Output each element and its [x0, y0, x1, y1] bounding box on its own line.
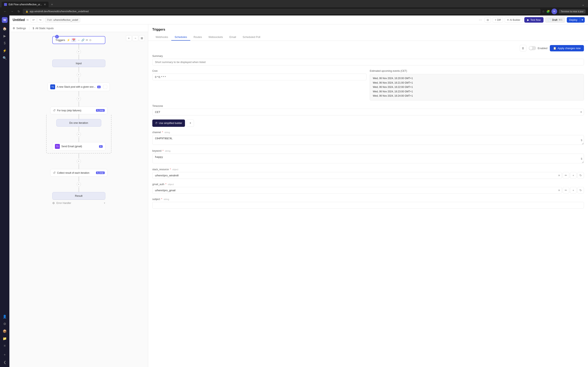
back-button[interactable]: ←: [2, 9, 8, 13]
sidebar-item-users[interactable]: 👤: [1, 313, 8, 320]
deploy-button[interactable]: Deploy: [567, 17, 580, 23]
gmail-clear-icon[interactable]: ✕: [558, 189, 560, 192]
schedule-icon: 📅: [71, 38, 76, 42]
add-in-loop[interactable]: +: [77, 132, 81, 136]
sidebar-item-run[interactable]: ▶: [1, 33, 8, 39]
sidebar-item-files[interactable]: 📁: [1, 335, 8, 342]
static-inputs-button[interactable]: $ All Static Inputs: [33, 27, 54, 30]
add-after-loop[interactable]: +: [77, 159, 81, 163]
sidebar-item-flows[interactable]: ⚡: [1, 47, 8, 54]
tab-close[interactable]: ✕: [44, 3, 46, 6]
gmail-edit-button[interactable]: ✏: [563, 187, 569, 193]
sidebar-item-packages[interactable]: 📦: [1, 328, 8, 334]
channel-input[interactable]: C04P9T8QC9L: [152, 135, 584, 145]
ai-builder-button[interactable]: ✦ AI Builder: [505, 17, 523, 23]
gmail-add-button[interactable]: +: [570, 187, 577, 193]
reload-button[interactable]: ↻: [16, 9, 21, 13]
undo-button[interactable]: ↩: [31, 17, 36, 22]
triggers-tabs: Webhooks Schedules Routes Websockets Ema…: [152, 34, 584, 41]
gmail-auth-section: gmail_auth * object ✕ ✏ + ↻: [152, 183, 584, 194]
url-bar[interactable]: 🔒 app.windmill.dev/flows/edit/u/henri/ef…: [23, 9, 540, 14]
active-tab[interactable]: Edit Flow u/henri/effective_ur... ✕: [2, 2, 49, 7]
cron-input[interactable]: [152, 74, 366, 80]
tab-email[interactable]: Email: [226, 34, 240, 41]
triggers-badge: 1: [55, 35, 59, 39]
redo-button[interactable]: ↪: [37, 17, 43, 22]
result-node[interactable]: Result: [52, 192, 105, 200]
avatar[interactable]: H: [552, 8, 557, 14]
tab-routes[interactable]: Routes: [190, 34, 205, 41]
email-step-icon: TS: [55, 144, 60, 149]
add-after-triggers[interactable]: +: [77, 50, 81, 54]
app-layout: W 🏠 ▶ $ ⚡ 🔍 👤 ⚙ 📦 📁 ≡ + ❮ Untitled ✏ ↩ ↪…: [0, 16, 588, 367]
sidebar-item-settings[interactable]: ⚙: [1, 320, 8, 327]
new-tab-button[interactable]: +: [49, 2, 54, 7]
more-options-icon[interactable]: ⋯: [478, 17, 483, 23]
bookmark-icon[interactable]: ☆: [542, 10, 545, 13]
timezone-input[interactable]: [152, 109, 584, 115]
slack-clear-icon[interactable]: ✕: [558, 174, 560, 177]
sidebar-item-logs[interactable]: ≡: [1, 342, 8, 349]
slack-refresh-button[interactable]: ↻: [577, 172, 584, 179]
draft-button[interactable]: 📄 Draft ⌘S: [545, 17, 565, 23]
fit-view-button[interactable]: ⊞: [139, 35, 145, 41]
app-logo[interactable]: W: [2, 17, 8, 23]
simplified-builder-button[interactable]: ⏱ Use simplified builder: [152, 119, 185, 127]
email-badge: b: [99, 145, 103, 148]
loop-node[interactable]: ↺ For loop (skip failures) b_loop: [50, 107, 107, 114]
error-handler[interactable]: ⚙ Error Handler +: [52, 200, 105, 205]
settings-button[interactable]: ⚙ Settings: [13, 27, 26, 30]
browser-menu[interactable]: ⌄: [580, 2, 586, 7]
edit-title-icon[interactable]: ✏: [26, 18, 29, 22]
timezone-clear-icon[interactable]: ✕: [580, 110, 582, 114]
add-node-button[interactable]: +: [126, 35, 132, 41]
slack-type: object: [172, 168, 178, 171]
flow-panel: ⚙ Settings $ All Static Inputs + − ⊞: [9, 25, 148, 367]
summary-label: Summary: [152, 55, 584, 58]
slack-edit-button[interactable]: ✏: [563, 172, 569, 179]
iteration-node[interactable]: Do one iteration: [56, 119, 101, 127]
collect-node[interactable]: ↺ Collect result of each iteration b_loo…: [50, 169, 107, 176]
path-pill[interactable]: Path u/henri/effective_undef: [45, 17, 80, 22]
connector-loop-1: [79, 114, 79, 119]
tab-scheduled-poll[interactable]: Scheduled Poll: [239, 34, 264, 41]
tab-websockets[interactable]: Websockets: [205, 34, 226, 41]
extensions-icon[interactable]: 🧩: [546, 10, 550, 13]
apply-button[interactable]: 📋 Apply changes now: [550, 45, 584, 51]
sidebar-item-home[interactable]: 🏠: [1, 25, 8, 32]
email-node[interactable]: TS Send Email (gmail) b: [52, 142, 105, 151]
step-node[interactable]: TS A new Slack post with a given wor... …: [48, 83, 110, 91]
test-flow-button[interactable]: ▶ Test flow: [524, 17, 544, 23]
update-button[interactable]: Terminer la mise à jour: [559, 9, 586, 13]
add-after-input[interactable]: +: [77, 73, 81, 77]
triggers-node[interactable]: 1 Triggers ⚡ 📅 ↔ 🔗 ✉ ⊙: [52, 36, 105, 44]
main-content: Untitled ✏ ↩ ↪ Path u/henri/effective_un…: [9, 16, 588, 367]
forward-button[interactable]: →: [9, 9, 15, 13]
sidebar-item-resources[interactable]: $: [1, 40, 8, 47]
deploy-dropdown-button[interactable]: ▾: [580, 17, 585, 23]
slack-input-wrapper: ✕: [152, 172, 562, 179]
gmail-refresh-button[interactable]: ↻: [577, 187, 584, 193]
sidebar-item-collapse[interactable]: ❮: [1, 359, 8, 365]
sidebar-item-add[interactable]: +: [1, 351, 8, 358]
add-after-step[interactable]: +: [77, 97, 81, 101]
keyword-input[interactable]: happy: [152, 154, 584, 163]
error-add[interactable]: +: [104, 202, 105, 205]
input-node[interactable]: Input: [52, 59, 105, 67]
wand-button[interactable]: ✦: [187, 119, 194, 127]
summary-input[interactable]: [152, 59, 584, 66]
add-after-collect[interactable]: +: [77, 182, 81, 186]
slack-add-button[interactable]: +: [570, 172, 577, 179]
delete-schedule-button[interactable]: 🗑: [520, 45, 526, 51]
flow-node-container: 1 Triggers ⚡ 📅 ↔ 🔗 ✉ ⊙: [13, 36, 144, 205]
diff-button[interactable]: + Diff: [493, 17, 503, 23]
slack-resource-input[interactable]: [152, 172, 562, 179]
tab-webhooks[interactable]: Webhooks: [152, 34, 171, 41]
toggle-switch[interactable]: [529, 46, 536, 50]
view-button[interactable]: ⊟: [484, 17, 491, 23]
sidebar-item-search[interactable]: 🔍: [1, 55, 8, 61]
gmail-auth-input[interactable]: [152, 187, 562, 194]
zoom-out-button[interactable]: −: [132, 35, 138, 41]
tab-schedules[interactable]: Schedules: [171, 34, 190, 41]
subject-input[interactable]: [152, 202, 584, 209]
